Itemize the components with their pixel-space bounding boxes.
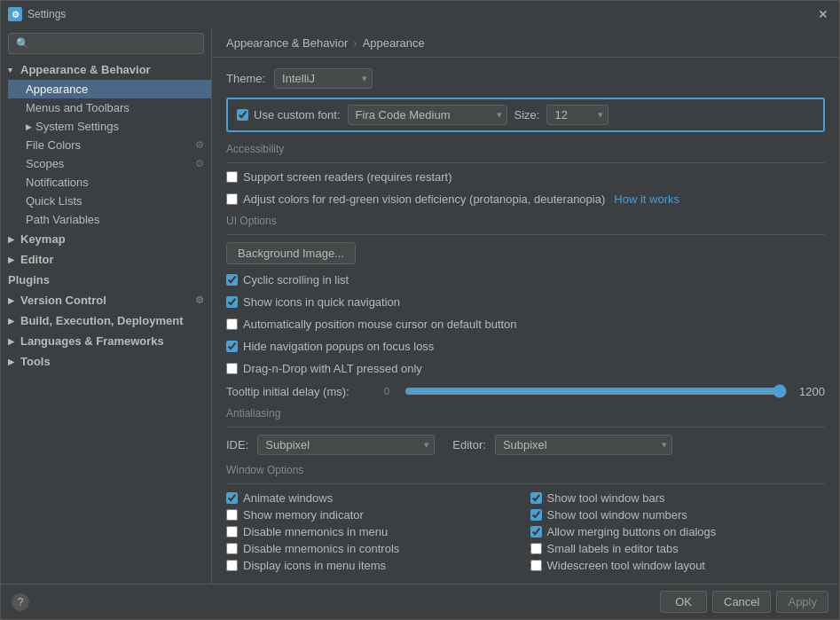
show-icons-label[interactable]: Show icons in quick navigation	[226, 295, 400, 309]
small-labels-checkbox[interactable]	[530, 543, 542, 554]
chevron-right-icon-vc: ▶	[8, 296, 17, 305]
search-input[interactable]	[33, 37, 196, 50]
apply-button[interactable]: Apply	[776, 591, 828, 613]
breadcrumb-separator: ›	[353, 36, 357, 50]
sidebar-item-notifications[interactable]: Notifications	[8, 173, 211, 192]
editor-aa-select[interactable]: Subpixel Greyscale None	[495, 435, 672, 455]
sidebar-item-editor[interactable]: ▶ Editor	[1, 249, 211, 270]
show-tool-numbers-label[interactable]: Show tool window numbers	[530, 508, 826, 522]
show-tool-numbers-checkbox[interactable]	[530, 509, 542, 521]
cancel-button[interactable]: Cancel	[712, 591, 771, 613]
help-button[interactable]: ?	[12, 593, 29, 611]
drag-drop-row: Drag-n-Drop with ALT pressed only	[226, 362, 825, 375]
widescreen-checkbox[interactable]	[530, 560, 542, 571]
sidebar-item-file-colors[interactable]: File Colors ⚙	[8, 136, 211, 154]
disable-mnemonics-controls-checkbox[interactable]	[226, 543, 238, 554]
show-memory-label[interactable]: Show memory indicator	[226, 508, 522, 522]
breadcrumb-current: Appearance	[363, 36, 425, 50]
custom-font-checkbox[interactable]	[237, 109, 248, 121]
antialiasing-row: IDE: Subpixel Greyscale None Editor: Sub…	[226, 435, 825, 455]
show-tool-bars-checkbox[interactable]	[530, 492, 542, 504]
auto-position-checkbox[interactable]	[226, 318, 238, 330]
font-select[interactable]: Fira Code Medium	[348, 105, 507, 125]
custom-font-row: Use custom font: Fira Code Medium Size: …	[226, 98, 825, 132]
search-box[interactable]: 🔍	[8, 33, 204, 54]
title-bar-left: ⚙ Settings	[8, 7, 66, 21]
disable-mnemonics-menu-label[interactable]: Disable mnemonics in menu	[226, 525, 522, 538]
sidebar-item-menus-toolbars[interactable]: Menus and Toolbars	[8, 98, 211, 117]
ui-options-section-title: UI Options	[226, 215, 825, 227]
cyclic-scrolling-checkbox[interactable]	[226, 274, 238, 286]
color-adjust-label[interactable]: Adjust colors for red-green vision defic…	[226, 192, 605, 206]
theme-select[interactable]: IntelliJ Darcula High contrast	[274, 68, 373, 89]
color-adjust-checkbox[interactable]	[226, 193, 238, 205]
screen-readers-checkbox[interactable]	[226, 171, 238, 183]
animate-windows-label[interactable]: Animate windows	[226, 491, 522, 505]
sidebar-item-plugins[interactable]: Plugins	[1, 270, 211, 290]
screen-readers-label[interactable]: Support screen readers (requires restart…	[226, 170, 452, 184]
theme-row: Theme: IntelliJ Darcula High contrast	[226, 68, 825, 89]
sidebar-item-quick-lists[interactable]: Quick Lists	[8, 192, 211, 210]
animate-windows-text: Animate windows	[243, 491, 333, 505]
window-options-section-title: Window Options	[226, 464, 825, 476]
settings-window: ⚙ Settings ✕ 🔍 ▾ Appearance & Behavior A…	[0, 0, 840, 620]
close-button[interactable]: ✕	[814, 5, 832, 23]
small-labels-label[interactable]: Small labels in editor tabs	[530, 542, 826, 555]
drag-drop-checkbox[interactable]	[226, 363, 238, 374]
animate-windows-checkbox[interactable]	[226, 492, 238, 504]
allow-merging-checkbox[interactable]	[530, 526, 542, 538]
disable-mnemonics-menu-checkbox[interactable]	[226, 526, 238, 538]
tooltip-slider[interactable]	[404, 384, 787, 398]
sidebar-item-scopes[interactable]: Scopes ⚙	[8, 154, 211, 173]
sidebar-item-system-settings[interactable]: ▶ System Settings	[8, 117, 211, 136]
hide-nav-checkbox[interactable]	[226, 341, 238, 352]
sidebar-item-keymap[interactable]: ▶ Keymap	[1, 229, 211, 249]
show-memory-checkbox[interactable]	[226, 509, 238, 521]
chevron-right-icon-langs: ▶	[8, 337, 17, 346]
widescreen-text: Widescreen tool window layout	[547, 559, 705, 572]
tooltip-max: 1200	[794, 385, 825, 398]
sidebar-group-appearance-behavior[interactable]: ▾ Appearance & Behavior Appearance Menus…	[1, 59, 211, 229]
antialiasing-section-title: Antialiasing	[226, 407, 825, 420]
ide-aa-select[interactable]: Subpixel Greyscale None	[257, 435, 435, 455]
background-image-button[interactable]: Background Image...	[226, 242, 356, 264]
display-icons-checkbox[interactable]	[226, 560, 238, 571]
sidebar-item-tools[interactable]: ▶ Tools	[1, 351, 211, 372]
cyclic-scrolling-label[interactable]: Cyclic scrolling in list	[226, 273, 349, 286]
sidebar-item-version-control[interactable]: ▶ Version Control ⚙	[1, 290, 211, 310]
disable-mnemonics-controls-label[interactable]: Disable mnemonics in controls	[226, 542, 522, 555]
how-it-works-link[interactable]: How it works	[614, 192, 679, 206]
sidebar-item-path-variables[interactable]: Path Variables	[8, 210, 211, 229]
chevron-right-icon-keymap: ▶	[8, 235, 17, 244]
chevron-right-icon-editor: ▶	[8, 255, 17, 264]
panel-body: Theme: IntelliJ Darcula High contrast Us…	[212, 58, 839, 584]
sidebar-group-header-appearance-behavior[interactable]: ▾ Appearance & Behavior	[1, 59, 211, 80]
window-title: Settings	[27, 8, 66, 20]
hide-nav-label[interactable]: Hide navigation popups on focus loss	[226, 340, 434, 353]
editor-aa-label: Editor:	[452, 438, 486, 451]
chevron-right-icon: ▶	[26, 122, 32, 131]
sidebar-item-appearance[interactable]: Appearance	[8, 80, 211, 98]
size-select[interactable]: 12 10 11 13 14	[546, 105, 608, 125]
ok-button[interactable]: OK	[660, 591, 707, 613]
settings-icon-2: ⚙	[195, 158, 204, 169]
size-label: Size:	[514, 108, 540, 122]
tooltip-min: 0	[384, 386, 397, 396]
show-icons-checkbox[interactable]	[226, 296, 238, 308]
size-select-wrapper: 12 10 11 13 14	[546, 105, 608, 125]
window-options-divider	[226, 483, 825, 484]
allow-merging-label[interactable]: Allow merging buttons on dialogs	[530, 525, 826, 538]
display-icons-label[interactable]: Display icons in menu items	[226, 559, 522, 572]
show-tool-bars-label[interactable]: Show tool window bars	[530, 491, 826, 505]
custom-font-label: Use custom font:	[254, 108, 341, 122]
tooltip-slider-row: Tooltip initial delay (ms): 0 1200	[226, 384, 825, 398]
auto-position-row: Automatically position mouse cursor on d…	[226, 318, 825, 331]
show-icons-text: Show icons in quick navigation	[243, 295, 400, 309]
ui-options-divider	[226, 234, 825, 235]
custom-font-checkbox-label[interactable]: Use custom font:	[237, 108, 341, 122]
drag-drop-label[interactable]: Drag-n-Drop with ALT pressed only	[226, 362, 422, 375]
auto-position-label[interactable]: Automatically position mouse cursor on d…	[226, 318, 517, 331]
sidebar-item-languages[interactable]: ▶ Languages & Frameworks	[1, 331, 211, 351]
sidebar-item-build[interactable]: ▶ Build, Execution, Deployment	[1, 310, 211, 331]
widescreen-label[interactable]: Widescreen tool window layout	[530, 559, 826, 572]
